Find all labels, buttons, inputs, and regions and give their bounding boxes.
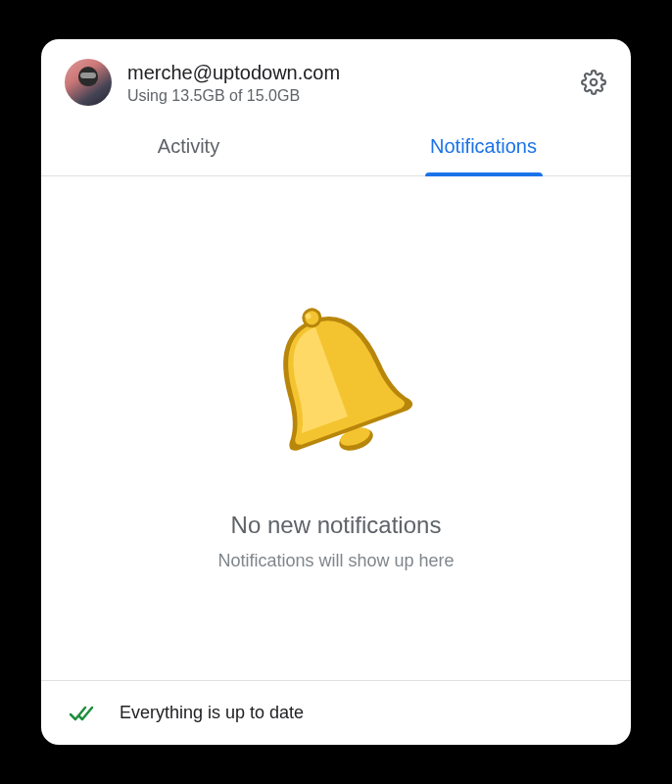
empty-state: No new notifications Notifications will …	[41, 176, 631, 680]
svg-point-0	[591, 79, 598, 86]
tab-notifications[interactable]: Notifications	[336, 118, 631, 175]
account-info: merche@uptodown.com Using 13.5GB of 15.0…	[127, 60, 564, 105]
account-email: merche@uptodown.com	[127, 60, 564, 85]
account-header: merche@uptodown.com Using 13.5GB of 15.0…	[41, 39, 631, 118]
status-footer: Everything is up to date	[41, 680, 631, 745]
empty-title: No new notifications	[231, 512, 442, 539]
settings-button[interactable]	[580, 69, 607, 96]
tab-activity[interactable]: Activity	[41, 118, 336, 175]
tab-bar: Activity Notifications	[41, 118, 631, 176]
double-check-icon	[69, 704, 96, 723]
storage-usage: Using 13.5GB of 15.0GB	[127, 87, 564, 105]
notifications-panel: merche@uptodown.com Using 13.5GB of 15.0…	[41, 39, 631, 745]
status-text: Everything is up to date	[120, 703, 304, 723]
avatar[interactable]	[65, 59, 112, 106]
gear-icon	[581, 70, 606, 95]
bell-icon	[238, 286, 434, 482]
empty-subtitle: Notifications will show up here	[217, 551, 454, 571]
